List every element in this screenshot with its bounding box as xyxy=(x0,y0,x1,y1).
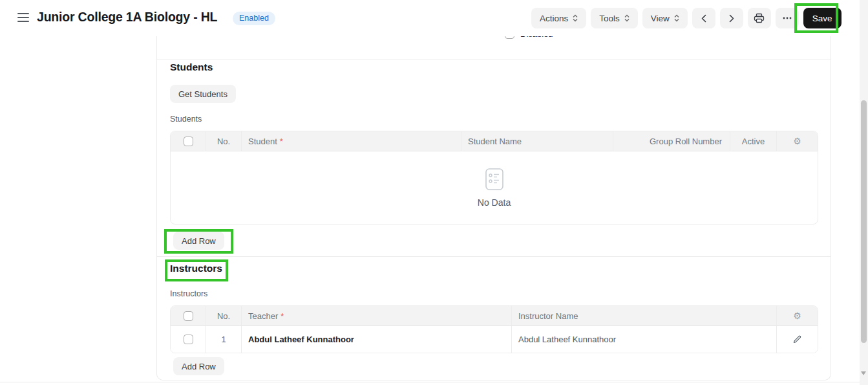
students-col-student-name: Student Name xyxy=(461,131,613,151)
actions-dropdown-button[interactable]: Actions xyxy=(531,8,586,28)
row-teacher-cell[interactable]: Abdul Latheef Kunnathoor xyxy=(241,326,511,353)
chevron-up-down-icon xyxy=(624,14,630,22)
printer-icon xyxy=(754,13,765,23)
students-grid-empty-state: No Data xyxy=(171,151,818,224)
chevron-up-down-icon xyxy=(573,14,578,22)
row-checkbox[interactable] xyxy=(184,335,193,344)
students-col-group-roll-number: Group Roll Number xyxy=(613,131,730,151)
status-badge: Enabled xyxy=(233,12,275,25)
students-grid-header: No. Student * Student Name Group Roll Nu… xyxy=(171,131,818,151)
tools-label: Tools xyxy=(599,14,620,23)
students-grid-label: Students xyxy=(170,115,202,124)
frappe-form-page: Disabled Students Get Students Students … xyxy=(0,0,868,385)
page-bottom-border xyxy=(0,382,860,382)
chevron-left-icon xyxy=(701,14,706,23)
students-col-student: Student * xyxy=(241,131,461,151)
section-divider xyxy=(157,60,831,60)
tools-dropdown-button[interactable]: Tools xyxy=(591,8,638,28)
page-header: Junior College 1A Biology - HL Enabled A… xyxy=(0,0,860,36)
previous-document-button[interactable] xyxy=(692,8,715,28)
no-data-icon xyxy=(484,168,505,191)
grid-settings-gear-icon[interactable]: ⚙ xyxy=(793,311,801,320)
grid-settings-gear-icon[interactable]: ⚙ xyxy=(793,137,801,146)
form-body: Disabled Students Get Students Students … xyxy=(156,0,831,380)
no-data-text: No Data xyxy=(478,197,511,208)
required-marker: * xyxy=(280,137,283,146)
sidebar-toggle-icon[interactable] xyxy=(17,12,30,24)
next-document-button[interactable] xyxy=(720,8,743,28)
students-add-row-button[interactable]: Add Row xyxy=(173,232,224,250)
instructors-section-heading: Instructors xyxy=(170,263,222,274)
instructors-col-teacher-label: Teacher xyxy=(248,311,278,321)
vertical-scrollbar[interactable] xyxy=(860,0,868,385)
instructors-select-all-checkbox[interactable] xyxy=(184,311,193,321)
scrollbar-thumb[interactable] xyxy=(861,100,867,343)
row-number: 1 xyxy=(206,326,241,353)
teacher-link[interactable]: Abdul Latheef Kunnathoor xyxy=(248,335,354,344)
students-section-heading: Students xyxy=(170,61,213,73)
view-label: View xyxy=(651,14,670,23)
instructor-name-value: Abdul Latheef Kunnathoor xyxy=(518,335,616,344)
instructors-grid-label: Instructors xyxy=(170,289,207,298)
instructors-add-row-button[interactable]: Add Row xyxy=(173,357,224,375)
students-col-active: Active xyxy=(730,131,776,151)
save-button[interactable]: Save xyxy=(803,8,842,28)
instructors-col-teacher: Teacher * xyxy=(241,306,511,325)
students-col-student-label: Student xyxy=(248,137,277,146)
page-title: Junior College 1A Biology - HL xyxy=(37,10,217,25)
view-dropdown-button[interactable]: View xyxy=(642,8,688,28)
instructors-grid-header: No. Teacher * Instructor Name ⚙ xyxy=(171,306,818,326)
instructor-row[interactable]: 1 Abdul Latheef Kunnathoor Abdul Latheef… xyxy=(171,326,818,353)
section-divider xyxy=(157,256,831,257)
row-instructor-name-cell: Abdul Latheef Kunnathoor xyxy=(511,326,776,353)
ellipsis-icon xyxy=(783,17,792,19)
instructors-select-all-cell xyxy=(171,306,206,325)
chevron-right-icon xyxy=(729,14,734,23)
instructors-col-no: No. xyxy=(206,306,241,325)
students-grid-settings-cell: ⚙ xyxy=(776,131,818,151)
instructors-grid: No. Teacher * Instructor Name ⚙ 1 Abdul … xyxy=(170,305,818,353)
students-grid: No. Student * Student Name Group Roll Nu… xyxy=(170,131,818,225)
actions-label: Actions xyxy=(540,14,568,23)
edit-row-pencil-icon[interactable] xyxy=(792,335,802,344)
students-select-all-checkbox[interactable] xyxy=(184,137,193,146)
print-button[interactable] xyxy=(748,8,771,28)
get-students-button[interactable]: Get Students xyxy=(170,85,236,103)
students-select-all-cell xyxy=(171,131,206,151)
header-toolbar: Actions Tools View xyxy=(531,8,842,28)
required-marker: * xyxy=(281,311,284,321)
students-col-no: No. xyxy=(206,131,241,151)
instructors-col-instructor-name: Instructor Name xyxy=(511,306,776,325)
scrollbar-down-arrow-icon[interactable] xyxy=(861,371,866,375)
row-select-cell xyxy=(171,326,206,353)
row-edit-cell xyxy=(776,326,818,353)
more-options-button[interactable] xyxy=(776,8,799,28)
instructors-grid-settings-cell: ⚙ xyxy=(776,306,818,325)
chevron-up-down-icon xyxy=(674,14,679,22)
